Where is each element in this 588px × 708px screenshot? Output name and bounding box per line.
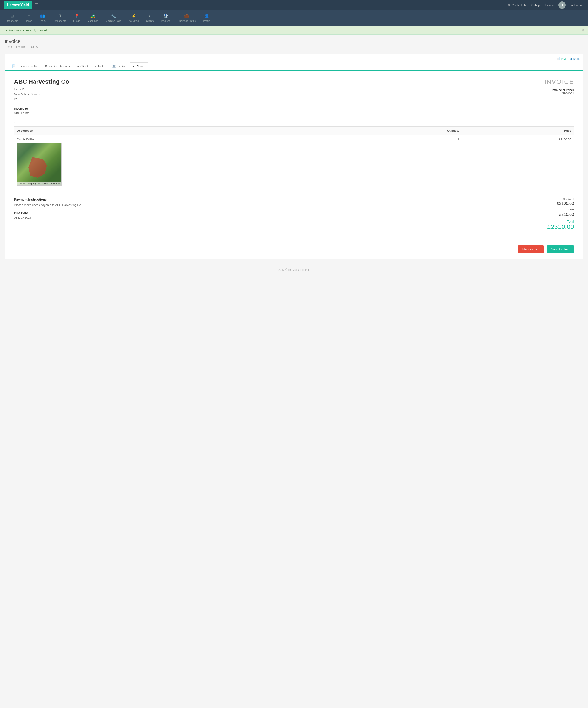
clients-icon: ★: [148, 13, 152, 19]
due-date-value: 03 May 2017: [14, 216, 528, 219]
dashboard-icon: ⊞: [10, 13, 14, 19]
invoice-to-value: ABC Farms: [14, 111, 574, 115]
invoice-table: Description Quantity Price Combi Drillin…: [14, 126, 574, 188]
invoice-number-label: Invoice Number: [544, 88, 574, 92]
business-profile-icon: 💼: [184, 13, 189, 19]
tab-finish[interactable]: ✓ Finish: [129, 62, 148, 70]
invoice-body: ABC Harvesting Co Farm Rd New Abbey, Dum…: [5, 71, 583, 242]
brand-logo[interactable]: HarvestYield: [4, 1, 32, 9]
tab-invoice-defaults[interactable]: ⚙ Invoice Defaults: [41, 62, 73, 70]
page-title: Invoice: [5, 38, 583, 45]
nav-bar: ⊞ Dashboard ≡ Tasks 👥 Team ⏱ Timesheets …: [0, 10, 588, 26]
table-header-description: Description: [14, 127, 350, 135]
invoices-icon: 🏦: [163, 13, 168, 19]
map-caption: Google Getmapping plc, Landsat / Coperni…: [17, 182, 61, 185]
payment-right: Subtotal £2100.00 VAT £210.00 Total £231…: [528, 198, 574, 234]
tab-tasks-icon: ≡: [95, 64, 97, 68]
tab-bp-icon: 📄: [12, 64, 16, 68]
avatar[interactable]: J: [558, 1, 566, 9]
invoice-card: 📄 PDF ◀ Back 📄 Business Profile ⚙ Invoic…: [5, 54, 583, 259]
invoice-actions: Mark as paid Send to client: [5, 242, 583, 259]
tab-business-profile[interactable]: 📄 Business Profile: [8, 62, 41, 70]
send-to-client-button[interactable]: Send to client: [547, 245, 574, 253]
invoice-to-label: Invoice to: [14, 107, 574, 110]
breadcrumb-home[interactable]: Home: [5, 45, 12, 49]
timesheets-icon: ⏱: [57, 14, 62, 19]
vat-value: £210.00: [528, 212, 574, 217]
table-header-price: Price: [462, 127, 574, 135]
invoice-to-section: Invoice to ABC Farms: [14, 107, 574, 115]
company-address-line1: Farm Rd: [14, 87, 69, 92]
footer-text: 2017 © HarvestYield, Inc.: [278, 268, 310, 271]
payment-instructions-text: Please make check payable to ABC Harvest…: [14, 203, 528, 207]
activities-icon: ⚡: [131, 13, 136, 19]
card-actions: 📄 PDF ◀ Back: [5, 54, 583, 60]
invoice-tabs: 📄 Business Profile ⚙ Invoice Defaults ★ …: [5, 62, 583, 70]
help-link[interactable]: ? Help: [531, 3, 540, 7]
nav-team[interactable]: 👥 Team: [36, 12, 50, 24]
nav-machine-logs[interactable]: 🔧 Machine Logs: [102, 12, 125, 24]
breadcrumb: Home / Invoices / Show: [5, 45, 583, 49]
due-date-title: Due Date: [14, 211, 528, 215]
company-phone: P:: [14, 97, 69, 101]
invoice-number-section: Invoice Number ABC0001: [544, 88, 574, 95]
tab-invoice[interactable]: 🏦 Invoice: [109, 62, 129, 70]
machine-logs-icon: 🔧: [111, 13, 116, 19]
company-name: ABC Harvesting Co: [14, 78, 69, 85]
subtotal-label: Subtotal: [528, 198, 574, 201]
profile-icon: 👤: [204, 13, 209, 19]
table-cell-description: Combi Drilling Google Getmapping plc, La…: [14, 135, 350, 188]
alert-close-button[interactable]: ×: [582, 28, 584, 32]
mark-as-paid-button[interactable]: Mark as paid: [518, 245, 544, 253]
table-header-quantity: Quantity: [350, 127, 462, 135]
nav-invoices[interactable]: 🏦 Invoices: [157, 12, 174, 24]
table-row: Combi Drilling Google Getmapping plc, La…: [14, 135, 574, 188]
company-address: Farm Rd New Abbey, Dumfries P:: [14, 87, 69, 101]
tab-id-icon: ⚙: [45, 64, 48, 68]
tab-tasks[interactable]: ≡ Tasks: [91, 62, 109, 70]
payment-instructions-title: Payment Instructions: [14, 198, 528, 201]
pdf-button[interactable]: 📄 PDF: [556, 57, 567, 60]
breadcrumb-section: Invoice Home / Invoices / Show: [0, 35, 588, 50]
company-address-line2: New Abbey, Dumfries: [14, 92, 69, 97]
help-icon: ?: [531, 3, 532, 7]
tasks-icon: ≡: [28, 14, 30, 19]
payment-left: Payment Instructions Please make check p…: [14, 198, 528, 234]
vat-label: VAT: [528, 209, 574, 212]
contact-us-link[interactable]: ✉ Contact Us: [508, 3, 526, 7]
user-menu[interactable]: John ▾: [544, 3, 554, 7]
alert-message: Invoice was successfully created.: [4, 29, 48, 32]
map-image: Google Getmapping plc, Landsat / Coperni…: [17, 143, 62, 185]
menu-icon[interactable]: ☰: [35, 2, 508, 7]
nav-profile[interactable]: 👤 Profile: [199, 12, 214, 24]
nav-timesheets[interactable]: ⏱ Timesheets: [50, 12, 70, 24]
breadcrumb-sep-2: /: [28, 45, 29, 49]
nav-machines[interactable]: 🚜 Machines: [84, 12, 102, 24]
back-icon: ◀: [569, 57, 572, 60]
nav-tasks[interactable]: ≡ Tasks: [22, 12, 36, 24]
logout-link[interactable]: → Log out: [570, 3, 584, 7]
table-cell-quantity: 1: [350, 135, 462, 188]
breadcrumb-invoices[interactable]: Invoices: [16, 45, 26, 49]
table-cell-price: £2100.00: [462, 135, 574, 188]
nav-dashboard[interactable]: ⊞ Dashboard: [2, 12, 22, 24]
back-button[interactable]: ◀ Back: [569, 57, 580, 60]
tab-client[interactable]: ★ Client: [73, 62, 91, 70]
chevron-down-icon: ▾: [552, 3, 554, 7]
topbar: HarvestYield ☰ ✉ Contact Us ? Help John …: [0, 0, 588, 10]
nav-clients[interactable]: ★ Clients: [143, 12, 158, 24]
breadcrumb-show: Show: [31, 45, 38, 49]
nav-fields[interactable]: 📍 Fields: [70, 12, 84, 24]
nav-activities[interactable]: ⚡ Activities: [125, 12, 142, 24]
invoice-number-value: ABC0001: [544, 92, 574, 95]
invoice-title: INVOICE: [544, 78, 574, 86]
payment-section: Payment Instructions Please make check p…: [14, 194, 574, 234]
alert-banner: Invoice was successfully created. ×: [0, 26, 588, 35]
tab-invoice-icon: 🏦: [112, 64, 116, 68]
pdf-icon: 📄: [556, 57, 560, 60]
invoice-right: INVOICE Invoice Number ABC0001: [544, 78, 574, 95]
nav-business-profile[interactable]: 💼 Business Profile: [174, 12, 199, 24]
footer: 2017 © HarvestYield, Inc.: [0, 263, 588, 277]
team-icon: 👥: [40, 13, 45, 19]
logout-icon: →: [570, 3, 573, 7]
